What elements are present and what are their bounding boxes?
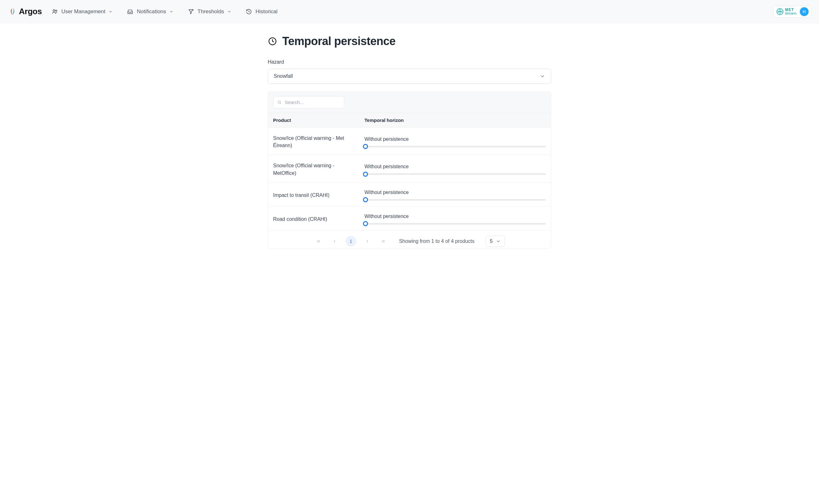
nav-items: User Management Notifications Thresholds… xyxy=(51,8,278,15)
nav-label: Historical xyxy=(255,9,278,15)
top-nav: Argos User Management Notifications Thre… xyxy=(0,0,819,23)
nav-label: Notifications xyxy=(137,9,166,15)
brand[interactable]: Argos xyxy=(8,7,42,16)
svg-point-4 xyxy=(278,101,281,103)
product-name: Impact to transit (CRAHI) xyxy=(273,192,364,199)
history-icon xyxy=(245,8,252,15)
table-row: Snow/Ice (Official warning - MetOffice) … xyxy=(268,155,551,182)
clock-icon xyxy=(268,37,277,46)
product-name: Snow/Ice (Official warning - Met Éireann… xyxy=(273,135,364,149)
chevron-down-icon xyxy=(540,73,545,79)
product-name: Snow/Ice (Official warning - MetOffice) xyxy=(273,162,364,176)
svg-point-1 xyxy=(55,10,57,11)
table-toolbar xyxy=(268,92,551,113)
page-content: Temporal persistence Hazard Snowfall Pro… xyxy=(258,23,561,267)
horizon-slider[interactable] xyxy=(364,173,546,175)
brand-name: Argos xyxy=(19,7,42,16)
horizon-label: Without persistence xyxy=(364,190,546,195)
filter-icon xyxy=(187,8,194,15)
org-name-2: éireann xyxy=(785,12,797,15)
table-row: Road condition (CRAHI) Without persisten… xyxy=(268,207,551,231)
pagination-summary: Showing from 1 to 4 of 4 products xyxy=(399,238,474,244)
table-row: Impact to transit (CRAHI) Without persis… xyxy=(268,183,551,207)
product-name: Road condition (CRAHI) xyxy=(273,215,364,223)
slider-thumb[interactable] xyxy=(363,197,368,202)
met-eireann-icon xyxy=(776,8,784,15)
horizon-slider[interactable] xyxy=(364,146,546,147)
horizon-label: Without persistence xyxy=(364,164,546,169)
nav-historical[interactable]: Historical xyxy=(245,8,278,15)
page-first-button[interactable] xyxy=(314,237,324,246)
inbox-icon xyxy=(127,8,134,15)
table-header: Product Temporal horizon xyxy=(268,113,551,128)
slider-thumb[interactable] xyxy=(363,172,368,177)
page-number-current[interactable]: 1 xyxy=(346,236,356,247)
horizon-label: Without persistence xyxy=(364,136,546,142)
search-input[interactable] xyxy=(285,100,340,105)
page-next-button[interactable] xyxy=(363,237,372,246)
org-logo: MET éireann xyxy=(776,8,797,15)
hazard-label: Hazard xyxy=(268,59,551,65)
page-last-button[interactable] xyxy=(378,237,388,246)
nav-thresholds[interactable]: Thresholds xyxy=(187,8,232,15)
svg-point-0 xyxy=(53,9,55,11)
horizon-slider[interactable] xyxy=(364,199,546,201)
avatar[interactable]: H xyxy=(800,7,809,16)
horizon-label: Without persistence xyxy=(364,214,546,219)
page-title: Temporal persistence xyxy=(282,35,395,48)
slider-thumb[interactable] xyxy=(363,144,368,149)
table-row: Snow/Ice (Official warning - Met Éireann… xyxy=(268,128,551,155)
col-product: Product xyxy=(273,117,364,123)
nav-label: User Management xyxy=(61,9,106,15)
chevron-down-icon xyxy=(169,9,174,14)
hazard-select[interactable]: Snowfall xyxy=(268,69,551,84)
users-icon xyxy=(51,8,58,15)
search-box[interactable] xyxy=(273,96,344,108)
pagination: 1 Showing from 1 to 4 of 4 products 5 xyxy=(268,231,551,248)
nav-user-management[interactable]: User Management xyxy=(51,8,113,15)
products-table: Product Temporal horizon Snow/Ice (Offic… xyxy=(268,91,551,249)
page-size-select[interactable]: 5 xyxy=(486,236,505,247)
chevron-down-icon xyxy=(496,239,501,244)
col-horizon: Temporal horizon xyxy=(364,117,546,123)
page-prev-button[interactable] xyxy=(330,237,339,246)
argos-logo-icon xyxy=(8,7,17,16)
org-switcher[interactable]: MET éireann H xyxy=(773,6,811,18)
chevron-down-icon xyxy=(108,9,113,14)
search-icon xyxy=(277,100,282,105)
slider-thumb[interactable] xyxy=(363,221,368,226)
horizon-slider[interactable] xyxy=(364,223,546,225)
nav-notifications[interactable]: Notifications xyxy=(127,8,174,15)
nav-label: Thresholds xyxy=(198,9,224,15)
hazard-value: Snowfall xyxy=(274,73,293,79)
chevron-down-icon xyxy=(227,9,232,14)
